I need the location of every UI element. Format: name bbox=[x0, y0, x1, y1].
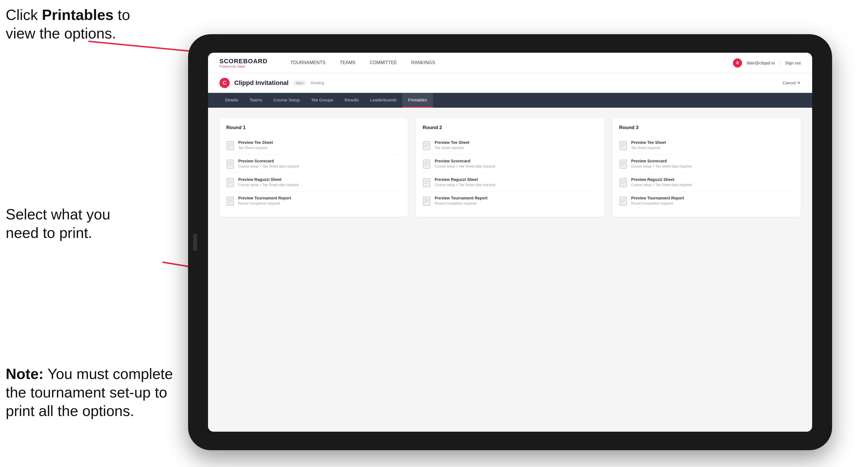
round-2-tee-sheet[interactable]: Preview Tee Sheet Tee Sheet required bbox=[423, 136, 597, 155]
annotation-top: Click Printables toview the options. bbox=[6, 6, 130, 43]
round-3-title: Round 3 bbox=[619, 125, 794, 130]
r2-tournament-report-icon bbox=[423, 196, 431, 206]
tab-details[interactable]: Details bbox=[219, 93, 244, 108]
annotation-mid: Select what youneed to print. bbox=[6, 205, 110, 242]
round-2-title: Round 2 bbox=[423, 125, 597, 130]
round-3-raguzzi[interactable]: Preview Raguzzi Sheet Course setup + Tee… bbox=[619, 173, 794, 192]
sub-nav: Details Teams Course Setup Tee Groups Re… bbox=[208, 93, 812, 108]
svg-rect-32 bbox=[423, 197, 430, 206]
tab-course-setup[interactable]: Course Setup bbox=[268, 93, 306, 108]
user-avatar: B bbox=[733, 58, 742, 67]
nav-tournaments[interactable]: TOURNAMENTS bbox=[290, 59, 326, 67]
svg-rect-20 bbox=[423, 141, 430, 150]
round-1-raguzzi-text: Preview Raguzzi Sheet Course setup + Tee… bbox=[238, 177, 299, 187]
nav-rankings[interactable]: RANKINGS bbox=[411, 59, 435, 67]
round-2-raguzzi[interactable]: Preview Raguzzi Sheet Course setup + Tee… bbox=[423, 173, 597, 192]
tournament-status: Hosting bbox=[311, 81, 324, 85]
nav-teams[interactable]: TEAMS bbox=[340, 59, 355, 67]
r2-tee-sheet-icon bbox=[423, 141, 431, 150]
round-1-section: Round 1 Preview Tee Sheet bbox=[219, 118, 408, 217]
scoreboard-logo: SCOREBOARD Powered by clippd bbox=[219, 58, 268, 68]
top-nav: SCOREBOARD Powered by clippd TOURNAMENTS… bbox=[208, 53, 812, 73]
sign-out-link[interactable]: Sign out bbox=[785, 60, 801, 65]
rounds-grid: Round 1 Preview Tee Sheet bbox=[219, 118, 801, 217]
svg-rect-48 bbox=[620, 197, 627, 206]
round-1-scorecard-sub: Course setup + Tee Sheet data required bbox=[238, 164, 299, 168]
tablet-screen: SCOREBOARD Powered by clippd TOURNAMENTS… bbox=[208, 53, 812, 432]
tab-tee-groups[interactable]: Tee Groups bbox=[306, 93, 339, 108]
round-1-tee-sheet-title: Preview Tee Sheet bbox=[238, 140, 273, 145]
round-3-scorecard[interactable]: Preview Scorecard Course setup + Tee She… bbox=[619, 155, 794, 173]
svg-rect-24 bbox=[423, 160, 430, 168]
svg-rect-4 bbox=[227, 141, 234, 150]
round-1-scorecard[interactable]: Preview Scorecard Course setup + Tee She… bbox=[226, 155, 401, 173]
svg-rect-16 bbox=[227, 197, 234, 206]
tablet-frame: SCOREBOARD Powered by clippd TOURNAMENTS… bbox=[188, 34, 832, 450]
round-1-title: Round 1 bbox=[226, 125, 401, 130]
round-1-tee-sheet-text: Preview Tee Sheet Tee Sheet required bbox=[238, 140, 273, 150]
r3-tournament-report-icon bbox=[619, 196, 627, 206]
nav-separator: | bbox=[779, 60, 780, 65]
scorecard-icon bbox=[226, 159, 234, 169]
tournament-report-icon bbox=[226, 196, 234, 206]
round-2-section: Round 2 Preview Tee Sheet Tee Sheet requ… bbox=[416, 118, 604, 217]
tab-leaderboards[interactable]: Leaderboards bbox=[365, 93, 402, 108]
tee-sheet-icon bbox=[226, 141, 234, 150]
tournament-icon: C bbox=[219, 78, 230, 88]
annotation-bottom: Note: You must complete the tournament s… bbox=[6, 365, 182, 420]
r3-scorecard-icon bbox=[619, 159, 627, 169]
svg-rect-40 bbox=[620, 160, 627, 168]
round-1-scorecard-title: Preview Scorecard bbox=[238, 159, 299, 163]
tournament-name-row: C Clippd Invitational Men Hosting bbox=[219, 78, 324, 88]
r3-raguzzi-icon bbox=[619, 178, 627, 187]
r3-tee-sheet-icon bbox=[619, 141, 627, 150]
round-1-raguzzi-title: Preview Raguzzi Sheet bbox=[238, 177, 299, 182]
tab-teams[interactable]: Teams bbox=[244, 93, 268, 108]
cancel-button[interactable]: Cancel ✕ bbox=[782, 80, 801, 86]
round-1-raguzzi-sub: Course setup + Tee Sheet data required bbox=[238, 183, 299, 187]
annotation-note-bold: Note: bbox=[6, 366, 43, 382]
round-1-scorecard-text: Preview Scorecard Course setup + Tee She… bbox=[238, 159, 299, 168]
round-3-tee-sheet[interactable]: Preview Tee Sheet Tee Sheet required bbox=[619, 136, 794, 155]
nav-committee[interactable]: COMMITTEE bbox=[370, 59, 397, 67]
svg-rect-28 bbox=[423, 178, 430, 187]
svg-rect-12 bbox=[227, 178, 234, 187]
content-area: Round 1 Preview Tee Sheet bbox=[208, 108, 812, 432]
user-email: blair@clippd.io bbox=[747, 60, 775, 65]
tab-printables[interactable]: Printables bbox=[402, 93, 433, 108]
round-2-scorecard[interactable]: Preview Scorecard Course setup + Tee She… bbox=[423, 155, 597, 173]
round-3-tournament-report[interactable]: Preview Tournament Report Round Completi… bbox=[619, 192, 794, 210]
logo-sub: Powered by clippd bbox=[219, 65, 268, 68]
top-nav-right: B blair@clippd.io | Sign out bbox=[733, 58, 801, 67]
raguzzi-icon bbox=[226, 178, 234, 187]
tournament-badge: Men bbox=[293, 80, 306, 86]
svg-rect-44 bbox=[620, 178, 627, 187]
logo-title: SCOREBOARD bbox=[219, 58, 268, 65]
round-1-tournament-report-sub: Round Completion required bbox=[238, 201, 291, 206]
svg-rect-36 bbox=[620, 141, 627, 150]
tablet-side-button bbox=[193, 234, 197, 251]
r2-raguzzi-icon bbox=[423, 178, 431, 187]
round-1-raguzzi[interactable]: Preview Raguzzi Sheet Course setup + Tee… bbox=[226, 173, 401, 192]
round-2-tournament-report[interactable]: Preview Tournament Report Round Completi… bbox=[423, 192, 597, 210]
tab-results[interactable]: Results bbox=[339, 93, 365, 108]
round-1-tournament-report-text: Preview Tournament Report Round Completi… bbox=[238, 196, 291, 206]
tournament-name: Clippd Invitational bbox=[234, 79, 289, 87]
round-3-section: Round 3 Preview Tee Sheet Tee Sheet requ… bbox=[612, 118, 801, 217]
top-nav-items: TOURNAMENTS TEAMS COMMITTEE RANKINGS bbox=[290, 59, 716, 67]
annotation-printables-bold: Printables bbox=[42, 6, 114, 23]
tournament-header: C Clippd Invitational Men Hosting Cancel… bbox=[208, 73, 812, 93]
round-1-tournament-report[interactable]: Preview Tournament Report Round Completi… bbox=[226, 192, 401, 210]
r2-scorecard-icon bbox=[423, 159, 431, 169]
round-1-tournament-report-title: Preview Tournament Report bbox=[238, 196, 291, 200]
round-1-tee-sheet[interactable]: Preview Tee Sheet Tee Sheet required bbox=[226, 136, 401, 155]
round-1-tee-sheet-sub: Tee Sheet required bbox=[238, 146, 273, 150]
svg-rect-8 bbox=[227, 160, 234, 168]
